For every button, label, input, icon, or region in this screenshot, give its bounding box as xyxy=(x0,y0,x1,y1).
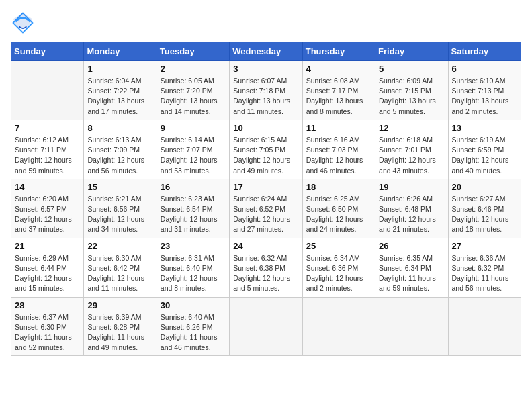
day-info: Sunrise: 6:08 AM Sunset: 7:17 PM Dayligh… xyxy=(306,76,371,117)
calendar-cell: 26Sunrise: 6:35 AM Sunset: 6:34 PM Dayli… xyxy=(375,238,448,297)
day-info: Sunrise: 6:18 AM Sunset: 7:01 PM Dayligh… xyxy=(379,135,444,176)
calendar-cell: 1Sunrise: 6:04 AM Sunset: 7:22 PM Daylig… xyxy=(84,61,157,120)
day-number: 6 xyxy=(452,64,517,74)
calendar-cell: 27Sunrise: 6:36 AM Sunset: 6:32 PM Dayli… xyxy=(448,238,521,297)
day-info: Sunrise: 6:10 AM Sunset: 7:13 PM Dayligh… xyxy=(452,76,517,117)
day-info: Sunrise: 6:29 AM Sunset: 6:44 PM Dayligh… xyxy=(15,253,80,294)
calendar-cell: 3Sunrise: 6:07 AM Sunset: 7:18 PM Daylig… xyxy=(230,61,302,120)
calendar-cell: 29Sunrise: 6:39 AM Sunset: 6:28 PM Dayli… xyxy=(84,297,157,356)
day-number: 26 xyxy=(379,241,444,251)
logo-icon xyxy=(11,11,35,35)
day-number: 21 xyxy=(15,241,80,251)
calendar-cell xyxy=(375,297,448,356)
weekday-header-sunday: Sunday xyxy=(11,42,84,61)
page-header xyxy=(11,11,521,35)
day-number: 19 xyxy=(379,182,444,192)
day-number: 28 xyxy=(15,300,80,310)
calendar-cell: 16Sunrise: 6:23 AM Sunset: 6:54 PM Dayli… xyxy=(157,179,229,238)
day-number: 11 xyxy=(306,123,371,133)
day-number: 5 xyxy=(379,64,444,74)
calendar-cell: 20Sunrise: 6:27 AM Sunset: 6:46 PM Dayli… xyxy=(448,179,521,238)
day-number: 15 xyxy=(87,182,152,192)
day-number: 16 xyxy=(161,182,226,192)
weekday-header-monday: Monday xyxy=(84,42,157,61)
calendar-cell: 6Sunrise: 6:10 AM Sunset: 7:13 PM Daylig… xyxy=(448,61,521,120)
calendar-cell: 19Sunrise: 6:26 AM Sunset: 6:48 PM Dayli… xyxy=(375,179,448,238)
day-number: 10 xyxy=(233,123,298,133)
calendar-cell: 7Sunrise: 6:12 AM Sunset: 7:11 PM Daylig… xyxy=(11,120,84,179)
calendar-cell: 11Sunrise: 6:16 AM Sunset: 7:03 PM Dayli… xyxy=(302,120,375,179)
day-info: Sunrise: 6:30 AM Sunset: 6:42 PM Dayligh… xyxy=(87,253,152,294)
calendar-cell xyxy=(448,297,521,356)
calendar-cell: 22Sunrise: 6:30 AM Sunset: 6:42 PM Dayli… xyxy=(84,238,157,297)
day-info: Sunrise: 6:16 AM Sunset: 7:03 PM Dayligh… xyxy=(306,135,371,176)
day-info: Sunrise: 6:34 AM Sunset: 6:36 PM Dayligh… xyxy=(306,253,371,294)
day-info: Sunrise: 6:09 AM Sunset: 7:15 PM Dayligh… xyxy=(379,76,444,117)
calendar-cell: 15Sunrise: 6:21 AM Sunset: 6:56 PM Dayli… xyxy=(84,179,157,238)
calendar-cell: 5Sunrise: 6:09 AM Sunset: 7:15 PM Daylig… xyxy=(375,61,448,120)
calendar-cell: 30Sunrise: 6:40 AM Sunset: 6:26 PM Dayli… xyxy=(157,297,229,356)
calendar-cell xyxy=(11,61,84,120)
day-info: Sunrise: 6:21 AM Sunset: 6:56 PM Dayligh… xyxy=(87,194,152,235)
day-number: 8 xyxy=(87,123,152,133)
day-number: 9 xyxy=(161,123,226,133)
calendar-cell: 14Sunrise: 6:20 AM Sunset: 6:57 PM Dayli… xyxy=(11,179,84,238)
day-info: Sunrise: 6:04 AM Sunset: 7:22 PM Dayligh… xyxy=(87,76,152,117)
day-info: Sunrise: 6:39 AM Sunset: 6:28 PM Dayligh… xyxy=(87,312,152,353)
day-number: 4 xyxy=(306,64,371,74)
calendar-table: SundayMondayTuesdayWednesdayThursdayFrid… xyxy=(11,42,521,356)
day-number: 13 xyxy=(452,123,517,133)
calendar-cell: 28Sunrise: 6:37 AM Sunset: 6:30 PM Dayli… xyxy=(11,297,84,356)
day-info: Sunrise: 6:36 AM Sunset: 6:32 PM Dayligh… xyxy=(452,253,517,294)
calendar-cell: 13Sunrise: 6:19 AM Sunset: 6:59 PM Dayli… xyxy=(448,120,521,179)
calendar-cell: 8Sunrise: 6:13 AM Sunset: 7:09 PM Daylig… xyxy=(84,120,157,179)
day-info: Sunrise: 6:19 AM Sunset: 6:59 PM Dayligh… xyxy=(452,135,517,176)
calendar-cell: 9Sunrise: 6:14 AM Sunset: 7:07 PM Daylig… xyxy=(157,120,229,179)
day-number: 12 xyxy=(379,123,444,133)
day-number: 20 xyxy=(452,182,517,192)
day-number: 1 xyxy=(87,64,152,74)
day-info: Sunrise: 6:31 AM Sunset: 6:40 PM Dayligh… xyxy=(161,253,226,294)
day-info: Sunrise: 6:13 AM Sunset: 7:09 PM Dayligh… xyxy=(87,135,152,176)
day-info: Sunrise: 6:37 AM Sunset: 6:30 PM Dayligh… xyxy=(15,312,80,353)
day-number: 3 xyxy=(233,64,298,74)
calendar-cell: 2Sunrise: 6:05 AM Sunset: 7:20 PM Daylig… xyxy=(157,61,229,120)
calendar-cell xyxy=(230,297,302,356)
weekday-header-friday: Friday xyxy=(375,42,448,61)
day-info: Sunrise: 6:15 AM Sunset: 7:05 PM Dayligh… xyxy=(233,135,298,176)
day-number: 18 xyxy=(306,182,371,192)
day-info: Sunrise: 6:05 AM Sunset: 7:20 PM Dayligh… xyxy=(161,76,226,117)
day-info: Sunrise: 6:14 AM Sunset: 7:07 PM Dayligh… xyxy=(161,135,226,176)
day-info: Sunrise: 6:26 AM Sunset: 6:48 PM Dayligh… xyxy=(379,194,444,235)
day-number: 30 xyxy=(161,300,226,310)
day-number: 7 xyxy=(15,123,80,133)
calendar-cell: 21Sunrise: 6:29 AM Sunset: 6:44 PM Dayli… xyxy=(11,238,84,297)
day-number: 2 xyxy=(161,64,226,74)
day-info: Sunrise: 6:12 AM Sunset: 7:11 PM Dayligh… xyxy=(15,135,80,176)
day-number: 23 xyxy=(161,241,226,251)
day-info: Sunrise: 6:35 AM Sunset: 6:34 PM Dayligh… xyxy=(379,253,444,294)
calendar-cell: 17Sunrise: 6:24 AM Sunset: 6:52 PM Dayli… xyxy=(230,179,302,238)
calendar-cell: 25Sunrise: 6:34 AM Sunset: 6:36 PM Dayli… xyxy=(302,238,375,297)
calendar-cell: 18Sunrise: 6:25 AM Sunset: 6:50 PM Dayli… xyxy=(302,179,375,238)
calendar-cell: 4Sunrise: 6:08 AM Sunset: 7:17 PM Daylig… xyxy=(302,61,375,120)
day-number: 25 xyxy=(306,241,371,251)
day-info: Sunrise: 6:40 AM Sunset: 6:26 PM Dayligh… xyxy=(161,312,226,353)
weekday-header-saturday: Saturday xyxy=(448,42,521,61)
day-number: 22 xyxy=(87,241,152,251)
logo xyxy=(11,11,38,35)
day-number: 29 xyxy=(87,300,152,310)
day-number: 24 xyxy=(233,241,298,251)
day-info: Sunrise: 6:20 AM Sunset: 6:57 PM Dayligh… xyxy=(15,194,80,235)
day-info: Sunrise: 6:32 AM Sunset: 6:38 PM Dayligh… xyxy=(233,253,298,294)
calendar-cell: 10Sunrise: 6:15 AM Sunset: 7:05 PM Dayli… xyxy=(230,120,302,179)
calendar-cell xyxy=(302,297,375,356)
weekday-header-wednesday: Wednesday xyxy=(230,42,302,61)
calendar-cell: 23Sunrise: 6:31 AM Sunset: 6:40 PM Dayli… xyxy=(157,238,229,297)
day-info: Sunrise: 6:07 AM Sunset: 7:18 PM Dayligh… xyxy=(233,76,298,117)
day-info: Sunrise: 6:25 AM Sunset: 6:50 PM Dayligh… xyxy=(306,194,371,235)
day-info: Sunrise: 6:23 AM Sunset: 6:54 PM Dayligh… xyxy=(161,194,226,235)
weekday-header-tuesday: Tuesday xyxy=(157,42,229,61)
day-number: 14 xyxy=(15,182,80,192)
day-number: 27 xyxy=(452,241,517,251)
